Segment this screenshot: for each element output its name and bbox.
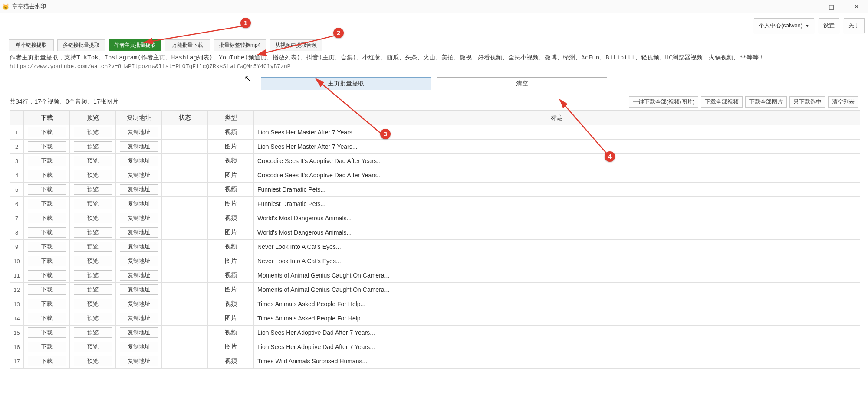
tab-5[interactable]: 从视频中提取音频 xyxy=(270,39,322,51)
row-download-button[interactable]: 下载 xyxy=(28,127,66,137)
row-copy-button[interactable]: 复制地址 xyxy=(120,342,158,352)
row-preview-button[interactable]: 预览 xyxy=(74,141,112,152)
download-images-button[interactable]: 下载全部图片 xyxy=(745,96,787,108)
row-number: 3 xyxy=(10,154,24,168)
row-preview-button[interactable]: 预览 xyxy=(74,256,112,266)
clear-list-button[interactable]: 清空列表 xyxy=(828,96,858,108)
row-preview-button[interactable]: 预览 xyxy=(74,156,112,166)
user-center-dropdown[interactable]: 个人中心(saiwen) ▼ xyxy=(754,18,814,33)
row-preview-button[interactable]: 预览 xyxy=(74,270,112,281)
row-download-button[interactable]: 下载 xyxy=(28,256,66,266)
row-preview-button[interactable]: 预览 xyxy=(74,199,112,209)
table-row[interactable]: 12下载预览复制地址图片Moments of Animal Genius Cau… xyxy=(10,283,860,297)
row-copy-button[interactable]: 复制地址 xyxy=(120,299,158,309)
table-row[interactable]: 10下载预览复制地址图片Never Look Into A Cat's Eyes… xyxy=(10,254,860,268)
extract-button[interactable]: 主页批量提取 xyxy=(261,77,431,90)
row-download-button[interactable]: 下载 xyxy=(28,242,66,252)
about-button[interactable]: 关于 xyxy=(844,18,865,33)
cell-download: 下载 xyxy=(24,154,70,168)
app-icon: 🐱 xyxy=(2,3,10,10)
row-preview-button[interactable]: 预览 xyxy=(74,342,112,352)
download-all-button[interactable]: 一键下载全部(视频/图片) xyxy=(629,96,698,108)
cell-copy: 复制地址 xyxy=(116,154,162,168)
row-copy-button[interactable]: 复制地址 xyxy=(120,227,158,238)
row-download-button[interactable]: 下载 xyxy=(28,227,66,238)
row-number: 16 xyxy=(10,340,24,354)
table-row[interactable]: 8下载预览复制地址图片World's Most Dangerous Animal… xyxy=(10,225,860,240)
row-download-button[interactable]: 下载 xyxy=(28,184,66,195)
cell-download: 下载 xyxy=(24,225,70,240)
table-row[interactable]: 2下载预览复制地址图片Lion Sees Her Master After 7 … xyxy=(10,140,860,154)
row-download-button[interactable]: 下载 xyxy=(28,156,66,166)
table-row[interactable]: 11下载预览复制地址视频Moments of Animal Genius Cau… xyxy=(10,268,860,283)
settings-button[interactable]: 设置 xyxy=(819,18,839,33)
tab-4[interactable]: 批量标签转换mp4 xyxy=(214,39,266,51)
row-copy-button[interactable]: 复制地址 xyxy=(120,184,158,195)
row-preview-button[interactable]: 预览 xyxy=(74,313,112,323)
row-download-button[interactable]: 下载 xyxy=(28,199,66,209)
cell-title: Moments of Animal Genius Caught On Camer… xyxy=(254,268,860,283)
tab-3[interactable]: 万能批量下载 xyxy=(165,39,210,51)
table-row[interactable]: 9下载预览复制地址视频Never Look Into A Cat's Eyes.… xyxy=(10,240,860,254)
tab-1[interactable]: 多链接批量提取 xyxy=(57,39,105,51)
table-row[interactable]: 13下载预览复制地址视频Times Animals Asked People F… xyxy=(10,297,860,311)
table-row[interactable]: 16下载预览复制地址图片Lion Sees Her Adoptive Dad A… xyxy=(10,340,860,354)
row-preview-button[interactable]: 预览 xyxy=(74,127,112,137)
minimize-button[interactable]: — xyxy=(796,1,816,12)
row-copy-button[interactable]: 复制地址 xyxy=(120,199,158,209)
row-download-button[interactable]: 下载 xyxy=(28,141,66,152)
row-copy-button[interactable]: 复制地址 xyxy=(120,284,158,295)
row-copy-button[interactable]: 复制地址 xyxy=(120,213,158,223)
download-videos-button[interactable]: 下载全部视频 xyxy=(701,96,743,108)
clear-button[interactable]: 清空 xyxy=(437,77,607,90)
cell-preview: 预览 xyxy=(70,354,116,369)
row-preview-button[interactable]: 预览 xyxy=(74,242,112,252)
row-preview-button[interactable]: 预览 xyxy=(74,170,112,180)
row-number: 8 xyxy=(10,225,24,240)
row-copy-button[interactable]: 复制地址 xyxy=(120,170,158,180)
table-row[interactable]: 5下载预览复制地址视频Funniest Dramatic Pets... xyxy=(10,183,860,197)
download-selected-button[interactable]: 只下载选中 xyxy=(789,96,825,108)
row-preview-button[interactable]: 预览 xyxy=(74,213,112,223)
row-preview-button[interactable]: 预览 xyxy=(74,327,112,338)
row-copy-button[interactable]: 复制地址 xyxy=(120,327,158,338)
table-row[interactable]: 3下载预览复制地址视频Crocodile Sees It's Adoptive … xyxy=(10,154,860,168)
row-preview-button[interactable]: 预览 xyxy=(74,227,112,238)
row-download-button[interactable]: 下载 xyxy=(28,170,66,180)
row-copy-button[interactable]: 复制地址 xyxy=(120,256,158,266)
row-download-button[interactable]: 下载 xyxy=(28,356,66,366)
row-preview-button[interactable]: 预览 xyxy=(74,284,112,295)
row-download-button[interactable]: 下载 xyxy=(28,270,66,281)
table-row[interactable]: 7下载预览复制地址视频World's Most Dangerous Animal… xyxy=(10,211,860,225)
row-copy-button[interactable]: 复制地址 xyxy=(120,313,158,323)
row-preview-button[interactable]: 预览 xyxy=(74,299,112,309)
close-button[interactable]: ✕ xyxy=(846,1,866,12)
table-row[interactable]: 15下载预览复制地址视频Lion Sees Her Adoptive Dad A… xyxy=(10,326,860,340)
cell-preview: 预览 xyxy=(70,297,116,311)
row-download-button[interactable]: 下载 xyxy=(28,313,66,323)
table-row[interactable]: 14下载预览复制地址图片Times Animals Asked People F… xyxy=(10,311,860,326)
row-copy-button[interactable]: 复制地址 xyxy=(120,242,158,252)
table-row[interactable]: 1下载预览复制地址视频Lion Sees Her Master After 7 … xyxy=(10,125,860,140)
row-copy-button[interactable]: 复制地址 xyxy=(120,270,158,281)
row-download-button[interactable]: 下载 xyxy=(28,213,66,223)
row-copy-button[interactable]: 复制地址 xyxy=(120,156,158,166)
tab-0[interactable]: 单个链接提取 xyxy=(9,39,54,51)
table-row[interactable]: 4下载预览复制地址图片Crocodile Sees It's Adoptive … xyxy=(10,168,860,183)
row-copy-button[interactable]: 复制地址 xyxy=(120,356,158,366)
row-download-button[interactable]: 下载 xyxy=(28,284,66,295)
row-download-button[interactable]: 下载 xyxy=(28,342,66,352)
row-download-button[interactable]: 下载 xyxy=(28,299,66,309)
row-preview-button[interactable]: 预览 xyxy=(74,184,112,195)
row-preview-button[interactable]: 预览 xyxy=(74,356,112,366)
table-row[interactable]: 17下载预览复制地址视频Times Wild Animals Surprised… xyxy=(10,354,860,369)
row-copy-button[interactable]: 复制地址 xyxy=(120,127,158,137)
row-copy-button[interactable]: 复制地址 xyxy=(120,141,158,152)
url-input[interactable] xyxy=(10,62,858,71)
window-title: 亨亨猫去水印 xyxy=(12,3,796,10)
maximize-button[interactable]: ◻ xyxy=(821,1,841,12)
cell-copy: 复制地址 xyxy=(116,340,162,354)
table-row[interactable]: 6下载预览复制地址图片Funniest Dramatic Pets... xyxy=(10,197,860,211)
tab-2[interactable]: 作者主页批量提取 xyxy=(108,39,161,51)
row-download-button[interactable]: 下载 xyxy=(28,327,66,338)
